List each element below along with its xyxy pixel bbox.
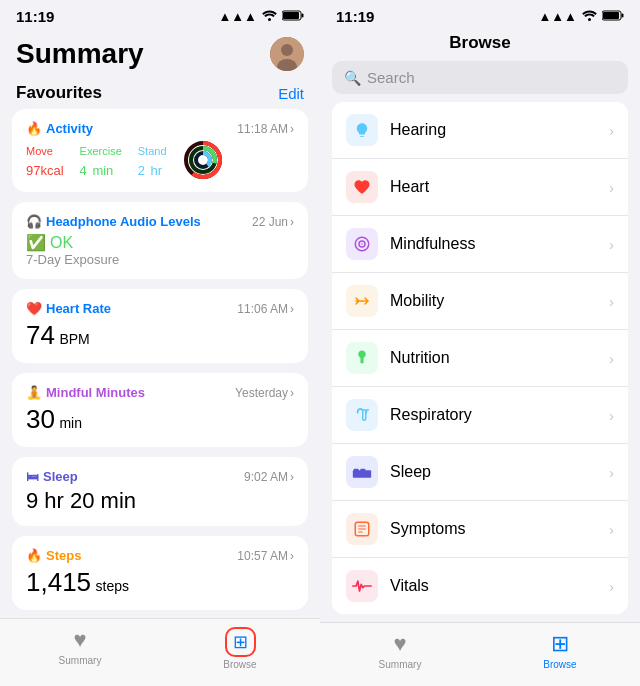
summary-tab-label: Summary: [59, 655, 102, 666]
mindful-time: Yesterday ›: [235, 386, 294, 400]
svg-rect-21: [354, 469, 359, 472]
list-item-vitals[interactable]: Vitals ›: [332, 558, 628, 614]
mindful-card[interactable]: 🧘 Mindful Minutes Yesterday › 30 min: [12, 373, 308, 447]
svg-point-0: [268, 18, 271, 21]
heartrate-card[interactable]: ❤️ Heart Rate 11:06 AM › 74 BPM: [12, 289, 308, 363]
right-panel: 11:19 ▲▲▲ Browse 🔍 Search Hearing: [320, 0, 640, 686]
chevron-right-icon: ›: [290, 302, 294, 316]
chevron-icon: ›: [609, 179, 614, 196]
chevron-right-icon: ›: [290, 122, 294, 136]
steps-title: 🔥 Steps: [26, 548, 81, 563]
list-item-symptoms[interactable]: Symptoms ›: [332, 501, 628, 558]
mobility-icon: [346, 285, 378, 317]
status-bar-left: 11:19 ▲▲▲: [0, 0, 320, 29]
hearing-label: Hearing: [390, 121, 609, 139]
browse-tab-label: Browse: [223, 659, 256, 670]
tab-browse-right[interactable]: ⊞ Browse: [480, 631, 640, 670]
svg-point-13: [588, 18, 591, 21]
respiratory-icon: [346, 399, 378, 431]
move-value: 97kcal: [26, 157, 64, 180]
list-item-sleep[interactable]: Sleep ›: [332, 444, 628, 501]
move-label: Move: [26, 145, 64, 157]
wifi-icon: [262, 9, 277, 24]
list-item-mobility[interactable]: Mobility ›: [332, 273, 628, 330]
vitals-icon: [346, 570, 378, 602]
search-bar[interactable]: 🔍 Search: [332, 61, 628, 94]
list-item-hearing[interactable]: Hearing ›: [332, 102, 628, 159]
chevron-icon: ›: [609, 521, 614, 538]
status-bar-right: 11:19 ▲▲▲: [320, 0, 640, 29]
svg-rect-22: [360, 469, 365, 472]
page-title-left: Summary: [16, 38, 144, 70]
respiratory-label: Respiratory: [390, 406, 609, 424]
heart-icon: ❤️: [26, 301, 42, 316]
mindful-icon: 🧘: [26, 385, 42, 400]
mobility-label: Mobility: [390, 292, 609, 310]
svg-rect-2: [302, 14, 304, 18]
chevron-right-icon: ›: [290, 386, 294, 400]
fire-icon: 🔥: [26, 121, 42, 136]
list-item-mindfulness[interactable]: Mindfulness ›: [332, 216, 628, 273]
list-item-heart[interactable]: Heart ›: [332, 159, 628, 216]
chevron-icon: ›: [609, 464, 614, 481]
activity-title: 🔥 Activity: [26, 121, 93, 136]
browse-title: Browse: [449, 33, 510, 52]
list-item-nutrition[interactable]: Nutrition ›: [332, 330, 628, 387]
chevron-right-icon: ›: [290, 215, 294, 229]
battery-icon: [282, 9, 304, 24]
chevron-icon: ›: [609, 407, 614, 424]
ok-status: ✅ OK: [26, 233, 294, 252]
steps-icon: 🔥: [26, 548, 42, 563]
summary-tab-icon-right: ♥: [393, 631, 406, 657]
chevron-right-icon: ›: [290, 549, 294, 563]
heart-label: Heart: [390, 178, 609, 196]
heart-icon: [346, 171, 378, 203]
edit-button[interactable]: Edit: [278, 85, 304, 102]
exercise-value: 4 min: [80, 157, 122, 180]
mindful-title: 🧘 Mindful Minutes: [26, 385, 145, 400]
tab-summary-right[interactable]: ♥ Summary: [320, 631, 480, 670]
activity-ring: [183, 140, 223, 180]
activity-card[interactable]: 🔥 Activity 11:18 AM › Move 97kcal Exerci…: [12, 109, 308, 192]
svg-rect-16: [603, 12, 619, 19]
vitals-label: Vitals: [390, 577, 609, 595]
summary-tab-icon: ♥: [73, 627, 86, 653]
tab-bar-right: ♥ Summary ⊞ Browse: [320, 622, 640, 686]
sleep-time: 9:02 AM ›: [244, 470, 294, 484]
symptoms-icon: [346, 513, 378, 545]
sleep-label: Sleep: [390, 463, 609, 481]
browse-title-bar: Browse: [320, 29, 640, 61]
stand-label: Stand: [138, 145, 167, 157]
svg-point-19: [361, 243, 363, 245]
check-icon: ✅: [26, 233, 46, 252]
sleep-card[interactable]: 🛏 Sleep 9:02 AM › 9 hr 20 min: [12, 457, 308, 526]
time-left: 11:19: [16, 8, 54, 25]
list-item-respiratory[interactable]: Respiratory ›: [332, 387, 628, 444]
svg-rect-15: [622, 14, 624, 18]
svg-rect-3: [283, 12, 299, 19]
exercise-label: Exercise: [80, 145, 122, 157]
left-panel: 11:19 ▲▲▲ Summary Favourites Edit: [0, 0, 320, 686]
status-icons-left: ▲▲▲: [218, 9, 304, 24]
activity-time: 11:18 AM ›: [237, 122, 294, 136]
status-icons-right: ▲▲▲: [538, 9, 624, 24]
tab-browse-left[interactable]: ⊞ Browse: [160, 627, 320, 670]
favourites-header: Favourites Edit: [0, 75, 320, 109]
tab-summary-left[interactable]: ♥ Summary: [0, 627, 160, 670]
nutrition-label: Nutrition: [390, 349, 609, 367]
mindful-value: 30 min: [26, 404, 294, 435]
chevron-icon: ›: [609, 236, 614, 253]
chevron-icon: ›: [609, 350, 614, 367]
signal-icon-right: ▲▲▲: [538, 9, 577, 24]
search-input[interactable]: Search: [367, 69, 415, 86]
tab-bar-left: ♥ Summary ⊞ Browse: [0, 618, 320, 686]
steps-card[interactable]: 🔥 Steps 10:57 AM › 1,415 steps: [12, 536, 308, 610]
steps-value: 1,415 steps: [26, 567, 294, 598]
favourites-label: Favourites: [16, 83, 102, 103]
avatar[interactable]: [270, 37, 304, 71]
headphone-card[interactable]: 🎧 Headphone Audio Levels 22 Jun › ✅ OK 7…: [12, 202, 308, 279]
headphone-title: 🎧 Headphone Audio Levels: [26, 214, 201, 229]
stand-value: 2 hr: [138, 157, 167, 180]
headphone-icon: 🎧: [26, 214, 42, 229]
headphone-subtitle: 7-Day Exposure: [26, 252, 294, 267]
